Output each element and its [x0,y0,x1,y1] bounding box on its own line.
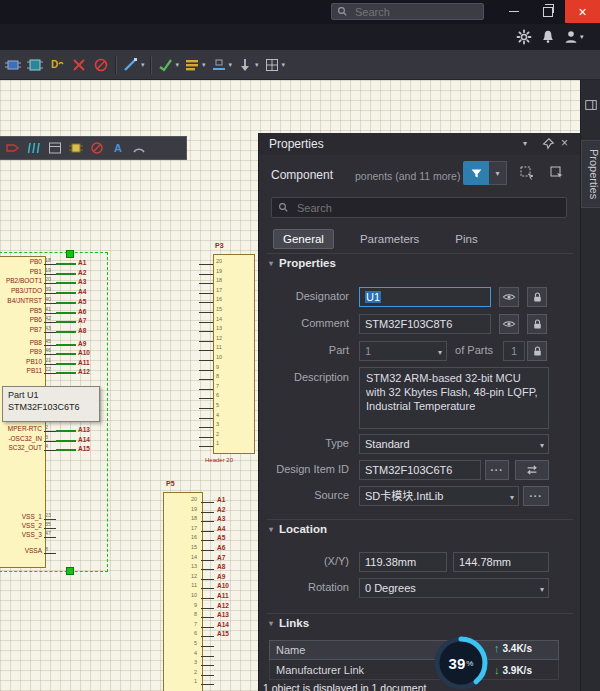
chevron-down-icon[interactable]: ▾ [580,33,584,41]
pin-stub [199,302,213,303]
location-x-field[interactable]: 119.38mm [359,552,447,572]
filter-button[interactable] [463,161,489,185]
designator-lock-button[interactable] [527,287,547,307]
pin-name: VSSA [0,547,42,554]
pin-number: 18 [45,257,51,263]
pin-number: 4 [45,443,48,449]
ic-symbol-tool-icon[interactable] [24,54,46,76]
pin-stub [201,598,214,599]
pin-stub [201,579,214,580]
place-no-erc-icon[interactable] [89,140,105,156]
location-y-field[interactable]: 144.78mm [453,552,549,572]
line-draw-tool-icon[interactable]: ▾ [120,54,147,76]
pin-number: 11 [216,344,222,350]
design-item-id-swap-button[interactable] [515,460,549,480]
pin-number: 16 [182,534,197,540]
net-label: A4 [78,288,86,295]
chip-tool-icon[interactable] [2,54,24,76]
settings-gear-icon[interactable] [516,29,532,45]
place-text-icon[interactable]: A [110,140,126,156]
move-down-tool-icon[interactable]: ▾ [234,54,261,76]
pin-number: 2 [45,424,48,430]
grid-tool-icon[interactable]: ▾ [261,54,288,76]
titlebar-search[interactable] [331,3,484,20]
designator-field[interactable]: U1 [359,287,491,307]
type-dropdown[interactable]: Standard▾ [359,434,549,454]
selection-handle[interactable] [66,250,74,258]
pin-number: 14 [216,316,222,322]
pin-stub [201,646,214,647]
minimize-button[interactable] [497,0,530,23]
tab-pins[interactable]: Pins [445,229,487,249]
place-arc-icon[interactable] [131,140,147,156]
panels-icon[interactable] [584,98,598,112]
comment-label: Comment [263,317,349,329]
place-port-icon[interactable] [5,140,21,156]
pin-panel-icon[interactable] [541,137,555,151]
comment-value: STM32F103C8T6 [365,318,452,330]
pin-stub [199,418,213,419]
design-item-id-field[interactable]: STM32F103C6T6 [359,460,481,480]
panel-search-input[interactable] [295,201,539,215]
select-objects-button[interactable] [515,161,539,185]
pin-number: 40 [45,296,51,302]
panel-close-icon[interactable]: × [561,136,568,150]
restore-button[interactable] [531,0,564,23]
pin-number: 3 [182,659,197,665]
wire [56,372,76,374]
chevron-down-icon: ▾ [202,61,206,69]
power-source-tool-icon[interactable]: D [46,54,68,76]
gauge-percent: 39% [432,634,490,691]
pin-number: 9 [182,602,197,608]
delete-tool-icon[interactable] [68,54,90,76]
pin-number: 35 [45,521,51,527]
rotation-dropdown[interactable]: 0 Degrees▾ [359,578,549,598]
design-item-id-browse-button[interactable]: ··· [485,460,509,480]
pin-name: PB8 [0,339,42,346]
pin-number: 15 [182,544,197,550]
pin-number: 20 [182,496,197,502]
notifications-bell-icon[interactable] [540,29,556,45]
polyline-tool-icon[interactable]: ▾ [155,54,182,76]
place-part-icon[interactable] [68,140,84,156]
section-properties[interactable]: ▾Properties [269,257,336,269]
comment-lock-button[interactable] [527,314,547,334]
panel-search[interactable] [271,197,567,218]
titlebar-search-input[interactable] [353,5,467,19]
no-erc-tool-icon[interactable] [90,54,112,76]
filter-dropdown-button[interactable]: ▾ [489,161,507,185]
close-button[interactable]: × [565,0,600,23]
rotation-label: Rotation [263,581,349,593]
svg-text:D: D [51,59,58,70]
select-filter-button[interactable] [545,161,569,185]
network-monitor-overlay[interactable]: 39% ↑3.4K/s ↓3.9K/s [432,634,592,691]
bus-tool-icon[interactable]: ▾ [181,54,208,76]
pin-stub [199,408,213,409]
tab-general[interactable]: General [273,229,334,249]
pin-stub [44,528,56,529]
of-parts-field[interactable]: 1 [503,341,525,361]
source-browse-button[interactable]: ··· [523,486,549,506]
lock-icon [531,318,544,331]
user-account-icon[interactable] [563,29,579,45]
place-bus-entry-icon[interactable] [26,140,42,156]
rail-tab-properties[interactable]: Properties [581,140,600,208]
comment-visibility-button[interactable] [499,314,519,334]
section-links[interactable]: ▾Links [269,617,309,629]
description-field[interactable]: STM32 ARM-based 32-bit MCU with 32 Kbyte… [359,367,549,429]
net-label: A14 [217,621,229,628]
net-label: A10 [78,349,90,356]
pin-number: 11 [182,582,197,588]
place-sheet-symbol-icon[interactable] [47,140,63,156]
source-dropdown[interactable]: SD卡模块.IntLib▾ [359,486,519,506]
tab-parameters[interactable]: Parameters [350,229,429,249]
designator-visibility-button[interactable] [499,287,519,307]
comment-field[interactable]: STM32F103C8T6 [359,314,491,334]
part-lock-button[interactable] [527,341,547,361]
panel-menu-chevron-icon[interactable]: ▾ [523,139,527,148]
section-location[interactable]: ▾Location [269,523,327,535]
search-icon [337,6,348,17]
chevron-down-icon: ▾ [540,439,544,453]
selection-handle[interactable] [66,567,74,575]
net-label-tool-icon[interactable]: ▾ [208,54,235,76]
